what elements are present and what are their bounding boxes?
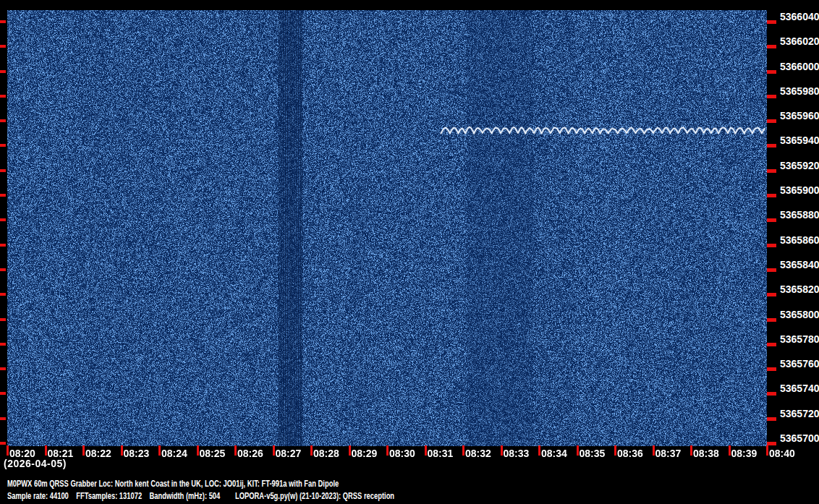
frequency-tick-right [767,119,776,123]
time-tick [121,445,123,456]
frequency-tick-left [0,392,6,395]
frequency-tick-left [0,244,6,247]
frequency-tick-left [0,119,6,122]
frequency-tick-left [0,417,6,420]
time-tick-label: 08:30 [389,448,415,458]
frequency-tick-right [767,417,776,421]
frequency-tick-right [767,318,776,322]
frequency-tick-right [767,293,776,296]
frequency-tick-label: 5365920 [780,160,819,171]
frequency-tick-label: 5365760 [780,358,819,370]
frequency-tick-label: 5365840 [780,259,819,270]
time-tick [7,445,9,456]
frequency-tick-label: 5365880 [780,209,819,221]
time-tick [273,445,275,456]
time-tick-label: 08:29 [352,448,378,458]
time-tick-label: 08:26 [237,448,263,458]
time-tick-label: 08:27 [276,448,302,458]
frequency-tick-left [0,367,6,370]
frequency-tick-left [0,144,6,147]
frequency-tick-left [0,293,6,296]
frequency-tick-left [0,343,6,346]
time-tick-label: 08:28 [313,448,339,458]
time-tick [766,445,768,456]
frequency-tick-right [767,392,776,396]
time-tick [729,445,731,456]
frequency-tick-right [767,70,776,74]
time-tick [197,445,199,456]
time-tick [310,445,313,456]
frequency-tick-label: 5365800 [780,309,819,320]
time-tick-label: 08:37 [655,448,682,458]
frequency-tick-left [0,70,6,73]
frequency-tick-label: 5365960 [780,110,819,121]
frequency-tick-right [767,169,776,173]
time-tick [462,445,464,456]
frequency-tick-label: 5366040 [780,11,819,22]
time-tick [577,445,579,456]
time-tick-label: 08:32 [465,448,491,458]
frequency-tick-label: 5366020 [780,35,819,47]
time-tick [690,445,692,456]
time-tick-label: 08:24 [161,448,187,458]
qrss-grabber-view: 5366040536602053660005365980536596053659… [0,0,819,504]
frequency-tick-left [0,442,6,445]
time-tick-label: 08:21 [48,448,74,458]
frequency-tick-left [0,218,6,221]
frequency-tick-right [767,268,776,272]
time-tick [45,445,47,456]
frequency-tick-right [767,343,776,346]
frequency-tick-left [0,95,6,98]
frequency-tick-left [0,318,6,321]
station-info-line: M0PWX 60m QRSS Grabber Loc: North kent C… [7,479,339,489]
frequency-tick-label: 5365980 [780,85,819,97]
time-tick-label: 08:22 [85,448,111,458]
time-tick-label: 08:40 [769,448,795,458]
frequency-tick-label: 5365860 [780,234,819,246]
time-tick [653,445,655,456]
time-tick [158,445,161,456]
spectrogram-canvas [7,10,767,446]
frequency-tick-right [767,20,776,24]
time-tick [82,445,85,456]
capture-settings-line: Sample rate: 44100 FFTsamples: 131072 Ba… [7,491,394,501]
frequency-tick-label: 5365700 [780,432,819,444]
frequency-tick-label: 5365720 [780,408,819,419]
time-tick-label: 08:39 [731,448,758,458]
frequency-tick-label: 5365900 [780,184,819,196]
frequency-tick-right [767,367,776,371]
frequency-tick-label: 5366000 [780,61,819,72]
time-tick-label: 08:23 [124,448,150,458]
frequency-tick-left [0,194,6,197]
time-tick [234,445,237,456]
frequency-tick-right [767,144,776,148]
frequency-tick-right [767,194,776,197]
time-tick-label: 08:36 [617,448,643,458]
time-tick [614,445,616,456]
frequency-tick-left [0,169,6,172]
frequency-tick-right [767,218,776,222]
frequency-tick-left [0,45,6,48]
time-tick-label: 08:20 [9,448,35,458]
time-tick [425,445,427,456]
time-tick-label: 08:33 [504,448,530,458]
time-tick-label: 08:34 [541,448,567,458]
time-tick-label: 08:35 [580,448,606,458]
frequency-tick-label: 5365780 [780,333,819,345]
date-label: (2026-04-05) [4,458,67,469]
time-tick-label: 08:38 [693,448,719,458]
frequency-tick-left [0,20,6,23]
time-tick [501,445,503,456]
frequency-tick-label: 5365740 [780,383,819,394]
frequency-tick-right [767,95,776,98]
time-tick [538,445,540,456]
frequency-tick-right [767,244,776,247]
frequency-tick-right [767,45,776,48]
frequency-tick-left [0,268,6,271]
frequency-tick-label: 5365820 [780,283,819,295]
time-tick-label: 08:31 [428,448,454,458]
time-tick-label: 08:25 [200,448,226,458]
frequency-tick-label: 5365940 [780,134,819,146]
time-tick [349,445,351,456]
time-tick [386,445,389,456]
